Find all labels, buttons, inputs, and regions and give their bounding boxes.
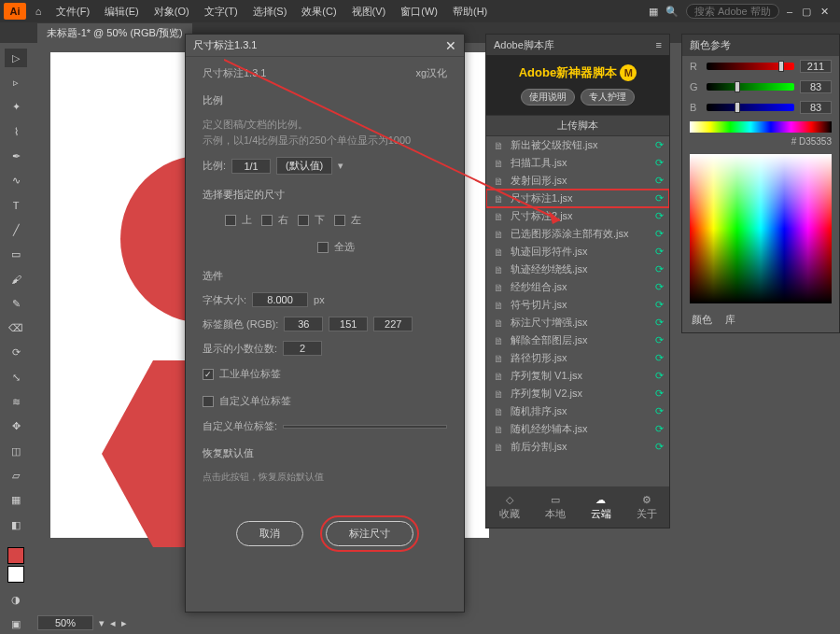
- close-icon[interactable]: ✕: [820, 6, 829, 18]
- b-value[interactable]: 83: [800, 101, 832, 114]
- free-transform-tool-icon[interactable]: ✥: [5, 417, 27, 436]
- foot-local[interactable]: ▭本地: [532, 486, 578, 528]
- g-slider[interactable]: [707, 83, 794, 91]
- download-icon[interactable]: ⟳: [655, 387, 664, 400]
- color-field[interactable]: [690, 154, 832, 303]
- draw-mode-icon[interactable]: ◑: [5, 590, 27, 609]
- chk-top[interactable]: [225, 215, 236, 226]
- chk-right[interactable]: [261, 215, 273, 226]
- ok-button[interactable]: 标注尺寸: [326, 521, 413, 546]
- script-row[interactable]: 🗎尺寸标注2.jsx⟳: [486, 207, 669, 225]
- download-icon[interactable]: ⟳: [655, 263, 664, 275]
- font-size-input[interactable]: 8.000: [252, 292, 308, 307]
- shape-builder-tool-icon[interactable]: ◫: [5, 442, 27, 460]
- chevron-down-icon[interactable]: ▾: [338, 160, 343, 172]
- decimals-input[interactable]: 2: [283, 341, 322, 356]
- scripts-tab[interactable]: Adobe脚本库: [494, 38, 554, 52]
- download-icon[interactable]: ⟳: [655, 210, 664, 222]
- script-row[interactable]: 🗎随机排序.jsx⟳: [486, 402, 669, 420]
- color-b-input[interactable]: 227: [373, 317, 413, 331]
- zoom-level[interactable]: 50%: [37, 615, 93, 630]
- curvature-tool-icon[interactable]: ∿: [5, 172, 27, 190]
- download-icon[interactable]: ⟳: [655, 281, 664, 293]
- eraser-tool-icon[interactable]: ⌫: [5, 318, 27, 337]
- rotate-tool-icon[interactable]: ⟳: [5, 344, 27, 362]
- width-tool-icon[interactable]: ≋: [5, 392, 27, 411]
- wand-tool-icon[interactable]: ✦: [5, 98, 27, 117]
- gradient-tool-icon[interactable]: ◧: [5, 515, 27, 534]
- selection-tool-icon[interactable]: ▷: [5, 49, 27, 67]
- script-row[interactable]: 🗎解除全部图层.jsx⟳: [486, 331, 669, 349]
- type-tool-icon[interactable]: T: [5, 196, 27, 215]
- pen-tool-icon[interactable]: ✒: [5, 147, 27, 165]
- download-icon[interactable]: ⟳: [655, 334, 664, 346]
- maximize-icon[interactable]: ▢: [802, 6, 811, 18]
- direct-select-tool-icon[interactable]: ▹: [5, 73, 27, 92]
- minimize-icon[interactable]: –: [787, 6, 792, 18]
- chip-support[interactable]: 专人护理: [581, 89, 635, 106]
- search-input[interactable]: [686, 4, 779, 19]
- shaper-tool-icon[interactable]: ✎: [5, 294, 27, 313]
- download-icon[interactable]: ⟳: [655, 441, 664, 453]
- download-icon[interactable]: ⟳: [655, 157, 664, 169]
- tab-library[interactable]: 库: [725, 313, 735, 327]
- download-icon[interactable]: ⟳: [655, 352, 664, 364]
- download-icon[interactable]: ⟳: [655, 192, 664, 204]
- brush-tool-icon[interactable]: 🖌: [5, 270, 27, 289]
- r-value[interactable]: 211: [800, 60, 832, 73]
- download-icon[interactable]: ⟳: [655, 175, 664, 187]
- dialog-close-icon[interactable]: ✕: [445, 38, 456, 53]
- screen-mode-icon[interactable]: ▣: [5, 615, 27, 634]
- script-row[interactable]: 🗎新出被父级按钮.jsx⟳: [486, 136, 669, 154]
- mesh-tool-icon[interactable]: ▦: [5, 491, 27, 510]
- search-icon[interactable]: 🔍: [665, 6, 679, 18]
- ratio-input[interactable]: 1/1: [231, 159, 271, 174]
- download-icon[interactable]: ⟳: [655, 299, 664, 311]
- foot-cloud[interactable]: ☁云端: [578, 486, 623, 528]
- script-row[interactable]: 🗎已选图形添涂主部有效.jsx⟳: [486, 225, 669, 243]
- foot-about[interactable]: ⚙关于: [623, 486, 669, 528]
- download-icon[interactable]: ⟳: [655, 423, 664, 435]
- script-row[interactable]: 🗎前后分割.jsx⟳: [486, 438, 669, 456]
- menu-object[interactable]: 对象(O): [148, 2, 195, 21]
- nav-left-icon[interactable]: ◂: [110, 617, 116, 629]
- chip-usage[interactable]: 使用说明: [521, 89, 575, 106]
- spectrum-strip[interactable]: [690, 121, 832, 133]
- download-icon[interactable]: ⟳: [655, 317, 664, 329]
- script-row[interactable]: 🗎符号切片.jsx⟳: [486, 296, 669, 314]
- chk-industrial[interactable]: [203, 369, 214, 380]
- script-row[interactable]: 🗎轨迹经纱绕线.jsx⟳: [486, 261, 669, 278]
- script-row[interactable]: 🗎序列复制 V1.jsx⟳: [486, 367, 669, 385]
- cancel-button[interactable]: 取消: [236, 521, 303, 546]
- menu-view[interactable]: 视图(V): [346, 2, 392, 21]
- chk-custom-unit[interactable]: [203, 396, 214, 407]
- ratio-default-select[interactable]: (默认值): [276, 157, 332, 175]
- download-icon[interactable]: ⟳: [655, 139, 664, 151]
- chk-bottom[interactable]: [298, 215, 309, 226]
- script-row[interactable]: 🗎路径切形.jsx⟳: [486, 349, 669, 367]
- b-slider[interactable]: [707, 104, 794, 111]
- scale-tool-icon[interactable]: ⤡: [5, 368, 27, 387]
- menu-type[interactable]: 文字(T): [199, 2, 244, 21]
- script-row[interactable]: 🗎轨迹回形符件.jsx⟳: [486, 243, 669, 261]
- grid-icon[interactable]: ▦: [649, 6, 658, 18]
- r-slider[interactable]: [707, 63, 794, 70]
- color-g-input[interactable]: 151: [329, 317, 368, 331]
- menu-file[interactable]: 文件(F): [50, 2, 95, 21]
- script-row[interactable]: 🗎随机经纱辅本.jsx⟳: [486, 420, 669, 438]
- menu-window[interactable]: 窗口(W): [395, 2, 443, 21]
- download-icon[interactable]: ⟳: [655, 405, 664, 417]
- tab-color[interactable]: 颜色: [692, 313, 712, 327]
- panel-menu-icon[interactable]: ≡: [656, 39, 662, 50]
- home-icon[interactable]: ⌂: [30, 3, 47, 20]
- line-tool-icon[interactable]: ╱: [5, 220, 27, 239]
- chk-left[interactable]: [334, 215, 345, 226]
- script-row[interactable]: 🗎尺寸标注1.jsx⟳: [486, 190, 669, 207]
- document-tab[interactable]: 未标题-1* @ 50% (RGB/预览): [37, 23, 192, 43]
- fill-swatch[interactable]: [7, 547, 24, 564]
- download-icon[interactable]: ⟳: [655, 370, 664, 382]
- nav-right-icon[interactable]: ▸: [121, 617, 127, 629]
- script-row[interactable]: 🗎扫描工具.jsx⟳: [486, 154, 669, 172]
- script-row[interactable]: 🗎标注尺寸增强.jsx⟳: [486, 314, 669, 331]
- perspective-tool-icon[interactable]: ▱: [5, 466, 27, 485]
